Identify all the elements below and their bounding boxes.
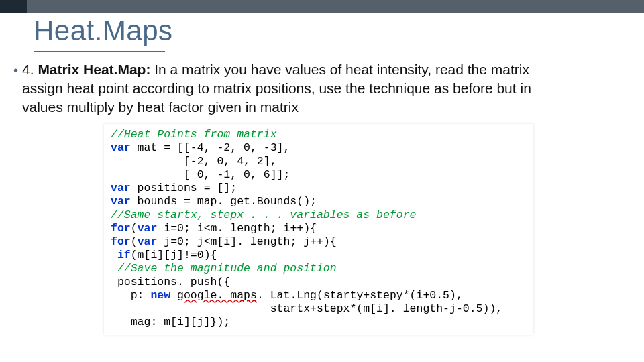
code-text: [-2, 0, 4, 2], xyxy=(111,155,277,168)
code-text: mat = [[-4, -2, 0, -3], xyxy=(131,141,290,154)
title-underline xyxy=(34,51,165,52)
code-text: startx+stepx*(m[i]. length-j-0.5)), xyxy=(111,302,502,315)
code-line: //Same startx, stepx . . . variables as … xyxy=(111,208,416,221)
code-text: ( xyxy=(131,235,138,248)
code-block: //Heat Points from matrix var mat = [[-4… xyxy=(104,124,533,335)
code-underlined: google. maps xyxy=(177,289,257,302)
code-text: (m[i][j]!=0){ xyxy=(131,249,217,261)
code-line: //Save the magnitude and position xyxy=(111,262,337,275)
code-text: p: xyxy=(111,289,150,302)
code-kw: if xyxy=(117,249,131,261)
code-text: mag: m[i][j]}); xyxy=(111,316,230,328)
code-kw: var xyxy=(138,235,158,248)
code-text: bounds = map. get.Bounds(); xyxy=(131,195,317,208)
bullet-bold: Matrix Heat.Map: xyxy=(38,62,150,77)
code-text: i=0; i<m. length; i++){ xyxy=(157,222,317,235)
body-content: • 4. Matrix Heat.Map: In a matrix you ha… xyxy=(13,60,631,117)
code-kw: var xyxy=(138,222,158,235)
code-line: //Heat Points from matrix xyxy=(111,128,277,141)
code-text: . Lat.Lng(starty+stepy*(i+0.5), xyxy=(257,289,463,302)
bullet-dot: • xyxy=(13,60,18,80)
code-kw: var xyxy=(111,195,131,208)
code-text xyxy=(170,289,177,302)
bullet-line-2: assign heat point according to matrix po… xyxy=(22,80,531,96)
code-kw: for xyxy=(111,235,131,248)
bullet-line-3: values multiply by heat factor given in … xyxy=(22,99,299,115)
code-kw: var xyxy=(111,182,131,194)
code-text: positions = []; xyxy=(131,182,237,194)
top-bar xyxy=(0,0,644,13)
bullet-rest-1: In a matrix you have values of heat inte… xyxy=(154,62,529,77)
code-kw: new xyxy=(150,289,170,302)
code-text: positions. push({ xyxy=(111,276,230,288)
code-text: ( xyxy=(131,222,138,235)
code-text xyxy=(111,249,117,261)
bullet-text: 4. Matrix Heat.Map: In a matrix you have… xyxy=(22,60,531,117)
slide-title: Heat.Maps xyxy=(34,15,173,47)
code-text: j=0; j<m[i]. length; j++){ xyxy=(157,235,336,248)
code-kw: var xyxy=(111,141,131,154)
top-bar-tab xyxy=(0,0,27,13)
code-text: [ 0, -1, 0, 6]]; xyxy=(111,168,290,181)
code-kw: for xyxy=(111,222,131,235)
bullet-item: • 4. Matrix Heat.Map: In a matrix you ha… xyxy=(13,60,631,117)
bullet-number: 4. xyxy=(22,62,34,77)
